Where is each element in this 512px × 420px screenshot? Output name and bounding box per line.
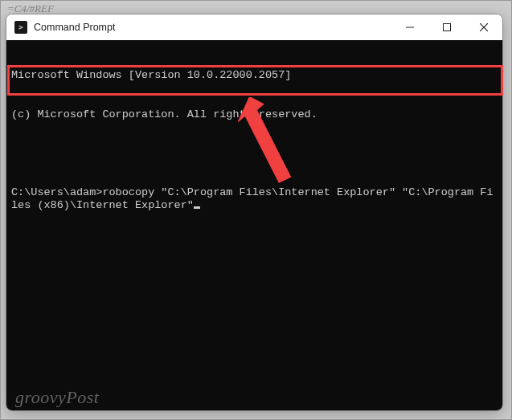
- terminal-line: Microsoft Windows [Version 10.0.22000.20…: [11, 69, 498, 82]
- command-prompt-window: Command Prompt Microsoft Windows [Versio…: [6, 14, 503, 411]
- minimize-icon: [406, 23, 414, 31]
- terminal-area[interactable]: Microsoft Windows [Version 10.0.22000.20…: [6, 40, 502, 410]
- terminal-blank-line: [11, 148, 498, 161]
- window-title: Command Prompt: [34, 22, 115, 33]
- terminal-cursor: [194, 206, 200, 209]
- svg-rect-1: [444, 24, 451, 31]
- maximize-button[interactable]: [428, 14, 465, 40]
- terminal-prompt: C:\Users\adam>: [11, 186, 102, 198]
- close-button[interactable]: [465, 14, 502, 40]
- titlebar[interactable]: Command Prompt: [6, 14, 502, 40]
- cmd-icon: [14, 21, 27, 34]
- close-icon: [480, 23, 488, 31]
- minimize-button[interactable]: [391, 14, 428, 40]
- terminal-command-line: C:\Users\adam>robocopy "C:\Program Files…: [11, 186, 498, 212]
- maximize-icon: [443, 23, 451, 31]
- terminal-line: (c) Microsoft Corporation. All rights re…: [11, 108, 498, 121]
